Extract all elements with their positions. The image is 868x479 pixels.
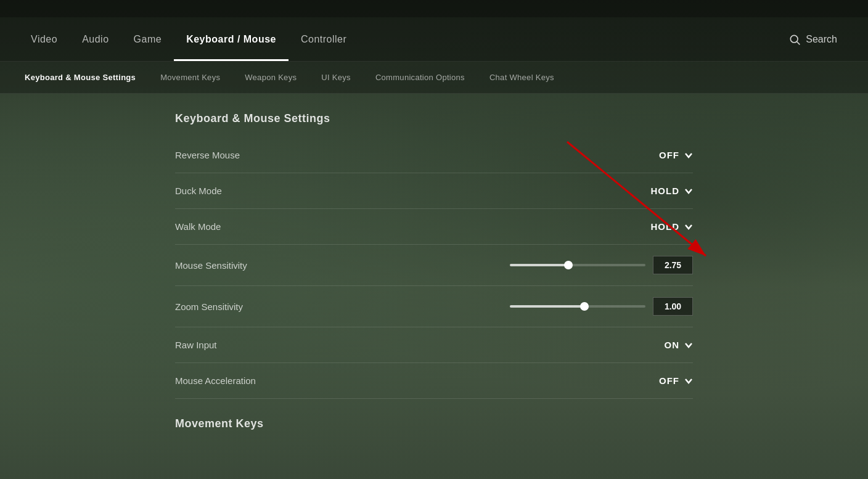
search-icon [788, 33, 801, 46]
setting-row-mouse-acceleration: Mouse Acceleration OFF [175, 363, 693, 399]
raw-input-dropdown[interactable]: ON [665, 340, 694, 350]
duck-mode-dropdown[interactable]: HOLD [651, 186, 694, 196]
sub-tab-weapon-keys[interactable]: Weapon Keys [232, 62, 309, 93]
section-title: Keyboard & Mouse Settings [175, 112, 693, 125]
chevron-down-icon [684, 187, 693, 195]
mouse-sensitivity-track[interactable] [510, 264, 645, 266]
settings-panel: Keyboard & Mouse Settings Reverse Mouse … [157, 112, 711, 430]
sub-tab-movement-keys[interactable]: Movement Keys [148, 62, 232, 93]
reverse-mouse-value: OFF [659, 150, 679, 160]
chevron-down-icon [684, 223, 693, 231]
tab-controller[interactable]: Controller [289, 17, 359, 61]
setting-row-raw-input: Raw Input ON [175, 327, 693, 363]
mouse-sensitivity-control: 2.75 [510, 256, 693, 274]
mouse-acceleration-dropdown[interactable]: OFF [659, 375, 693, 386]
zoom-sensitivity-track[interactable] [510, 305, 645, 308]
chevron-down-icon [684, 341, 693, 350]
content-area: Keyboard & Mouse Settings Reverse Mouse … [0, 94, 868, 479]
svg-point-0 [791, 35, 798, 43]
search-button[interactable]: Search [776, 33, 850, 46]
raw-input-label: Raw Input [175, 340, 665, 350]
mouse-sensitivity-label: Mouse Sensitivity [175, 260, 510, 271]
chevron-down-icon [684, 151, 693, 160]
setting-row-zoom-sensitivity: Zoom Sensitivity 1.00 [175, 286, 693, 327]
setting-row-walk-mode: Walk Mode HOLD [175, 209, 693, 245]
sub-tab-chat-wheel-keys[interactable]: Chat Wheel Keys [477, 62, 567, 93]
mouse-sensitivity-thumb[interactable] [564, 261, 573, 269]
reverse-mouse-dropdown[interactable]: OFF [659, 150, 693, 160]
movement-keys-title: Movement Keys [175, 417, 693, 430]
walk-mode-dropdown[interactable]: HOLD [651, 221, 694, 232]
walk-mode-value: HOLD [651, 221, 680, 232]
search-label: Search [806, 34, 837, 45]
duck-mode-value: HOLD [651, 186, 680, 196]
tab-video[interactable]: Video [18, 17, 70, 61]
tab-game[interactable]: Game [121, 17, 174, 61]
top-bar [0, 0, 868, 17]
sub-tab-keyboard-mouse-settings[interactable]: Keyboard & Mouse Settings [12, 62, 148, 93]
zoom-sensitivity-thumb[interactable] [580, 302, 589, 311]
sub-tab-ui-keys[interactable]: UI Keys [309, 62, 363, 93]
mouse-sensitivity-value[interactable]: 2.75 [653, 256, 693, 274]
mouse-acceleration-label: Mouse Acceleration [175, 375, 659, 386]
setting-row-duck-mode: Duck Mode HOLD [175, 173, 693, 209]
zoom-sensitivity-control: 1.00 [510, 297, 693, 316]
reverse-mouse-label: Reverse Mouse [175, 150, 659, 160]
mouse-sensitivity-fill [510, 264, 568, 266]
nav-tabs: Video Audio Game Keyboard / Mouse Contro… [18, 17, 776, 61]
svg-line-1 [797, 41, 800, 44]
walk-mode-label: Walk Mode [175, 221, 651, 232]
tab-audio[interactable]: Audio [70, 17, 121, 61]
duck-mode-label: Duck Mode [175, 186, 651, 196]
zoom-sensitivity-value[interactable]: 1.00 [653, 297, 693, 316]
sub-nav: Keyboard & Mouse Settings Movement Keys … [0, 62, 868, 94]
tab-keyboard-mouse[interactable]: Keyboard / Mouse [174, 17, 289, 61]
setting-row-reverse-mouse: Reverse Mouse OFF [175, 137, 693, 173]
setting-row-mouse-sensitivity: Mouse Sensitivity 2.75 [175, 245, 693, 286]
main-nav: Video Audio Game Keyboard / Mouse Contro… [0, 17, 868, 62]
chevron-down-icon [684, 377, 693, 385]
zoom-sensitivity-fill [510, 305, 584, 308]
raw-input-value: ON [665, 340, 680, 350]
sub-tab-communication-options[interactable]: Communication Options [363, 62, 477, 93]
mouse-acceleration-value: OFF [659, 375, 679, 386]
zoom-sensitivity-label: Zoom Sensitivity [175, 301, 510, 312]
